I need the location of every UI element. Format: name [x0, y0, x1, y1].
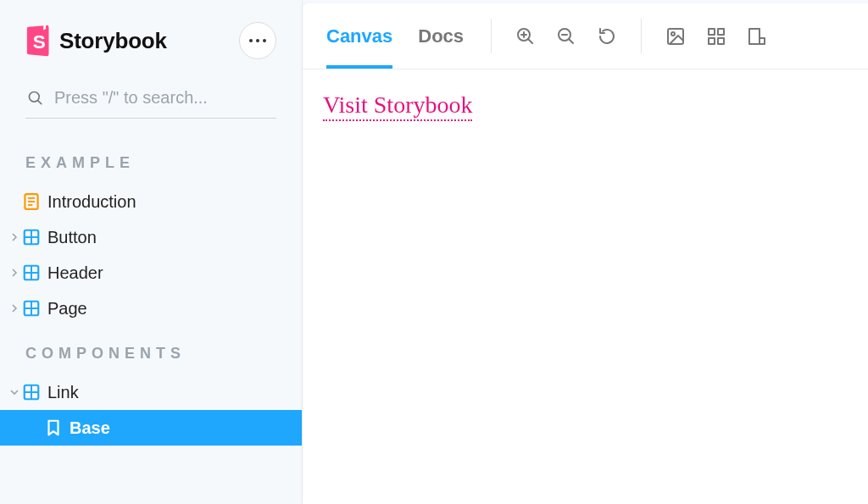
menu-button[interactable]	[239, 22, 276, 59]
chevron-right-icon	[0, 233, 22, 241]
tab-canvas[interactable]: Canvas	[326, 3, 392, 69]
section-title-example: EXAMPLE	[0, 136, 302, 184]
sidebar-item-label: Introduction	[47, 192, 302, 212]
grid-icon[interactable]	[704, 25, 728, 48]
storybook-logo-icon: S	[25, 25, 51, 57]
sidebar-item-button[interactable]: Button	[0, 219, 302, 255]
reset-icon[interactable]	[595, 25, 619, 48]
measure-icon[interactable]	[745, 25, 769, 48]
chevron-right-icon	[0, 269, 22, 277]
sidebar-item-introduction[interactable]: Introduction	[0, 184, 302, 219]
svg-point-27	[671, 32, 675, 36]
toolbar-separator	[641, 19, 642, 53]
zoom-out-icon[interactable]	[554, 25, 578, 48]
sidebar-item-label: Link	[47, 383, 302, 402]
preview-link[interactable]: Visit Storybook	[323, 91, 472, 121]
svg-line-24	[569, 39, 573, 43]
toolbar-separator	[491, 19, 492, 53]
section-title-components: COMPONENTS	[0, 326, 302, 374]
document-icon	[22, 192, 41, 211]
sidebar-item-label: Page	[47, 299, 302, 318]
component-icon	[22, 383, 41, 402]
component-icon	[22, 228, 41, 246]
svg-rect-26	[668, 29, 683, 44]
brand-name: Storybook	[59, 28, 167, 54]
bookmark-icon	[44, 418, 63, 437]
sidebar-item-header[interactable]: Header	[0, 255, 302, 291]
sidebar-item-label: Button	[47, 228, 302, 247]
svg-line-2	[38, 100, 42, 103]
svg-rect-31	[718, 38, 724, 44]
sidebar-item-page[interactable]: Page	[0, 291, 302, 326]
zoom-in-icon[interactable]	[514, 25, 537, 48]
search-field[interactable]	[25, 81, 276, 119]
sidebar-item-link[interactable]: Link	[0, 374, 302, 410]
svg-text:S: S	[33, 31, 46, 53]
chevron-right-icon	[0, 304, 22, 313]
brand[interactable]: S Storybook	[25, 25, 167, 57]
svg-rect-30	[709, 38, 715, 44]
tab-docs[interactable]: Docs	[418, 3, 464, 69]
sidebar-item-label: Base	[70, 418, 302, 438]
sidebar-story-base[interactable]: Base	[0, 410, 302, 446]
svg-rect-33	[760, 38, 765, 44]
component-icon	[22, 263, 41, 282]
svg-rect-28	[709, 29, 715, 35]
sidebar-item-label: Header	[47, 263, 302, 283]
chevron-down-icon	[0, 388, 22, 396]
search-icon	[27, 90, 44, 107]
svg-rect-32	[749, 29, 760, 44]
component-icon	[22, 299, 41, 318]
search-input[interactable]	[54, 88, 275, 108]
svg-line-20	[528, 39, 532, 43]
svg-rect-29	[718, 29, 724, 35]
background-icon[interactable]	[664, 25, 687, 48]
